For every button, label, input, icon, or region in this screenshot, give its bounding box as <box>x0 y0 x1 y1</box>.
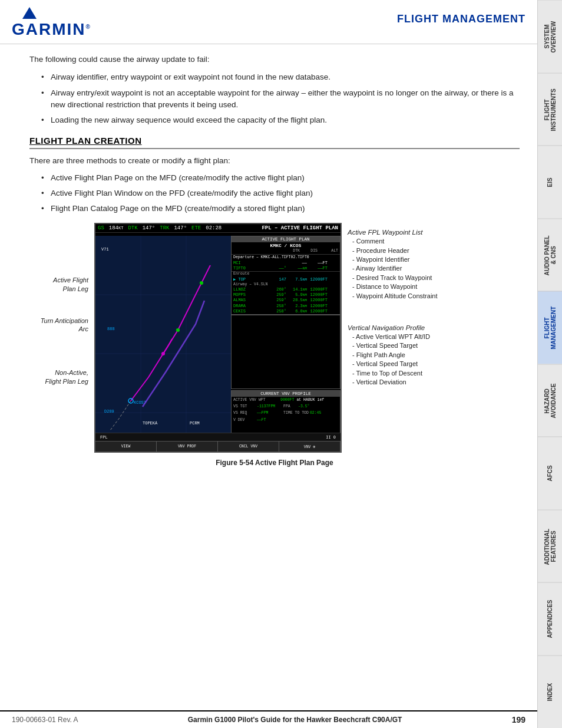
avionics-screen: GS 184KT DTK 147° TRK 147° ETE 02:28 FPL… <box>94 223 342 453</box>
right-label-procedure-header: - Procedure Header <box>348 246 442 255</box>
svg-rect-0 <box>95 236 231 453</box>
airway-fail-bullets: Airway identifier, entry waypoint or exi… <box>41 71 520 126</box>
fpl-bar-left: FPL <box>100 435 108 440</box>
softkey-view[interactable]: VIEW <box>95 442 157 452</box>
fpl-row-llnoz: LLNOZ 260° 14.1NM 12000FT <box>232 287 340 292</box>
vnv-row-vs-tgt: VS TGT -1137FPM FPA -3.5° <box>232 403 340 410</box>
svg-text:V71: V71 <box>101 247 109 252</box>
fpl-enroute-header: Enroute <box>232 271 340 276</box>
softkey-cncl-vnv[interactable]: CNCL VNV <box>218 442 279 452</box>
fpl-title-bar: FPL – ACTIVE FLIGHT PLAN <box>262 225 338 231</box>
fpl-row-tift0: TIFT0 ——° ——NM ——FT <box>232 266 340 271</box>
right-labels: Active FPL Waypoint List - Comment - Pro… <box>348 223 442 453</box>
gs-value: 184KT <box>109 225 124 231</box>
fpl-row-cekis: CEKIS 258° 6.0NM 12000FT <box>232 309 340 315</box>
page-section-title: FLIGHT MANAGEMENT <box>397 13 525 25</box>
sidebar-tab-additional-features[interactable]: ADDITIONALFEATURES <box>538 510 562 583</box>
sidebar-tab-audio-panel[interactable]: AUDIO PANEL& CNS <box>538 219 562 292</box>
method-item: Active Flight Plan Window on the PFD (cr… <box>41 187 520 199</box>
sidebar-tab-eis[interactable]: EIS <box>538 146 562 219</box>
right-label-time-tod: - Time to Top of Descent <box>348 369 442 378</box>
fpl-panel: ACTIVE FLIGHT PLAN KMKC / KCOS DTK DIS A… <box>231 236 340 389</box>
right-label-comment: - Comment <box>348 237 442 246</box>
sidebar-tab-system-overview[interactable]: SYSTEMOVERVIEW <box>538 0 562 73</box>
fpl-panel-header: ACTIVE FLIGHT PLAN <box>232 236 340 242</box>
map-area: NORTH UP <box>95 236 231 453</box>
bullet-item: Airway entry/exit waypoint is not an acc… <box>41 87 520 111</box>
right-label-vs-target2: - Vertical Speed Target <box>348 360 442 368</box>
gs-label: GS <box>98 225 104 231</box>
fpl-airway-header: Airway – V4.SLN <box>232 282 340 287</box>
dtk-value: 147° <box>143 225 156 231</box>
svg-point-8 <box>176 328 180 332</box>
left-label-flight-plan-leg: Active FlightPlan Leg <box>29 276 88 293</box>
screen-softkeys: VIEW VNV PROF CNCL VNV VNV ⊕ <box>95 441 340 452</box>
map-svg: KCOS? V71 888 D289 TOPEKÁ PCRM KITO? <box>95 236 231 453</box>
sidebar-tab-afcs[interactable]: AFCS <box>538 437 562 510</box>
softkey-vnv-plus[interactable]: VNV ⊕ <box>279 442 340 452</box>
right-label-fpa: - Flight Path Angle <box>348 351 442 360</box>
right-label-active-wpt: - Active Vertical WPT Alt/ID <box>348 332 442 341</box>
figure-caption: Figure 5-54 Active Flight Plan Page <box>29 459 520 467</box>
svg-text:888: 888 <box>107 327 115 331</box>
left-label-non-active: Non-Active,Flight Plan Leg <box>29 368 88 386</box>
fpl-col-headers: DTK DIS ALT <box>232 249 340 254</box>
left-labels: Active FlightPlan Leg Turn AnticipationA… <box>29 223 88 453</box>
svg-point-9 <box>200 281 203 285</box>
right-label-group-fpl: Active FPL Waypoint List - Comment - Pro… <box>348 229 442 301</box>
dtk-label: DTK <box>128 225 137 231</box>
vnv-panel-header: CURRENT VNV PROFILE <box>232 391 340 397</box>
methods-bullets: Active Flight Plan Page on the MFD (crea… <box>41 172 520 215</box>
softkey-vnv-prof[interactable]: VNV PROF <box>157 442 218 452</box>
vnv-row-vs-req: VS REQ ——FPM TIME TO TOD 02:45 <box>232 410 340 416</box>
right-label-fpl-title: Active FPL Waypoint List <box>348 229 442 236</box>
fpl-bar-right: II 0 <box>326 435 336 440</box>
garmin-reg-symbol: ® <box>86 24 91 30</box>
screen-fpl-bar: FPL II 0 <box>95 433 340 441</box>
right-label-desired-track: - Desired Track to Waypoint <box>348 274 442 282</box>
sidebar-tab-hazard-avoidance[interactable]: HAZARDAVOIDANCE <box>538 364 562 437</box>
sidebar: SYSTEMOVERVIEW FLIGHTINSTRUMENTS EIS AUD… <box>537 0 562 728</box>
trk-label: TRK <box>160 225 169 231</box>
screen-topbar: GS 184KT DTK 147° TRK 147° ETE 02:28 FPL… <box>95 224 340 233</box>
sidebar-tab-flight-instruments[interactable]: FLIGHTINSTRUMENTS <box>538 73 562 146</box>
fpl-route-title: KMKC / KCOS <box>232 242 340 249</box>
right-label-distance: - Distance to Waypoint <box>348 282 442 291</box>
method-item: Active Flight Plan Page on the MFD (crea… <box>41 172 520 184</box>
footer-doc-number: 190-00663-01 Rev. A <box>12 716 78 724</box>
main-content: GARMIN® FLIGHT MANAGEMENT The following … <box>0 0 537 482</box>
fpl-row-mci: MCI —— ——FT <box>232 261 340 266</box>
fpl-row-almas: ALMAS 259° 28.5NM 12000FT <box>232 298 340 303</box>
header: GARMIN® FLIGHT MANAGEMENT <box>0 0 537 44</box>
figure-container: Active FlightPlan Leg Turn AnticipationA… <box>29 223 520 453</box>
bullet-item: Loading the new airway sequence would ex… <box>41 114 520 126</box>
sidebar-tab-flight-management[interactable]: FLIGHTMANAGEMENT <box>538 291 562 364</box>
vnv-row-active-wpt: ACTIVE VNV WPT 9000FT at HABUK ief <box>232 397 340 403</box>
svg-text:PCRM: PCRM <box>190 421 200 426</box>
left-label-turn-arc: Turn AnticipationArc <box>29 317 88 334</box>
ete-value: 02:28 <box>206 225 222 231</box>
fpl-departure: Departure – KMKC-ALL.TIFT02.TIFT0 <box>232 255 340 261</box>
sidebar-tab-appendices[interactable]: APPENDICES <box>538 582 562 655</box>
right-label-waypoint-identifier: - Waypoint Identifier <box>348 255 442 264</box>
section-intro: There are three methods to create or mod… <box>29 155 520 167</box>
svg-point-10 <box>161 352 165 355</box>
avionics-screen-wrapper: GS 184KT DTK 147° TRK 147° ETE 02:28 FPL… <box>94 223 342 453</box>
right-label-group-vnv: Vertical Navigation Profile - Active Ver… <box>348 324 442 387</box>
intro-text: The following could cause the airway upd… <box>29 54 520 65</box>
svg-text:TOPEKÁ: TOPEKÁ <box>143 421 158 426</box>
fpl-row-mopps: MOPPS 259° 5.9NM 12000FT <box>232 292 340 298</box>
method-item: Flight Plan Catalog Page on the MFD (cre… <box>41 203 520 215</box>
vnv-row-v-dev: V DEV ——FT <box>232 417 340 423</box>
ete-label: ETE <box>191 225 201 231</box>
right-label-v-deviation: - Vertical Deviation <box>348 378 442 387</box>
right-label-airway-identifier: - Airway Identifier <box>348 264 442 273</box>
footer-doc-title: Garmin G1000 Pilot's Guide for the Hawke… <box>188 716 402 724</box>
right-label-altitude-constraint: - Waypoint Altitude Constraint <box>348 292 442 301</box>
footer-page-number: 199 <box>512 715 525 724</box>
sidebar-tab-index[interactable]: INDEX <box>538 655 562 729</box>
garmin-logo: GARMIN® <box>12 7 91 39</box>
section-heading: FLIGHT PLAN CREATION <box>29 136 520 149</box>
footer: 190-00663-01 Rev. A Garmin G1000 Pilot's… <box>0 710 537 728</box>
right-label-vs-target: - Vertical Speed Target <box>348 341 442 350</box>
